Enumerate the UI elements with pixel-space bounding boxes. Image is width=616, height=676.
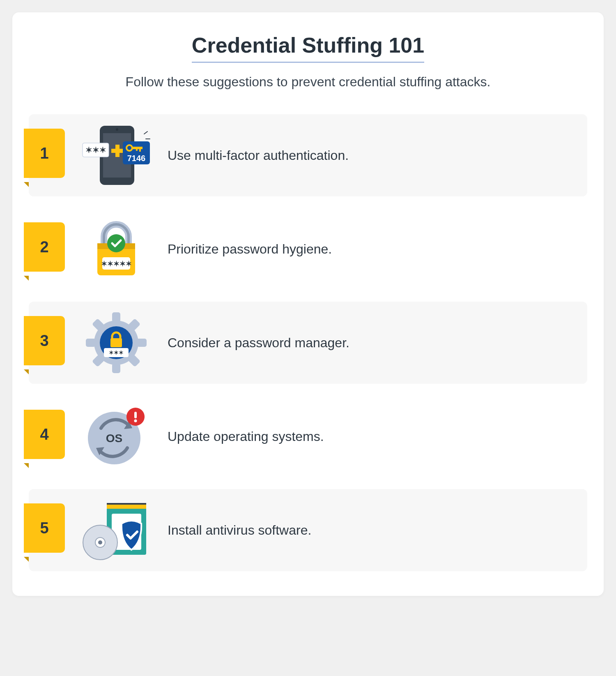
svg-text:OS: OS bbox=[106, 432, 122, 445]
svg-point-46 bbox=[98, 540, 102, 544]
tip-text: Update operating systems. bbox=[168, 429, 587, 444]
mfa-phone-icon: ✶✶✶ bbox=[65, 122, 168, 188]
svg-rect-31 bbox=[110, 338, 122, 347]
os-update-icon: OS bbox=[65, 404, 168, 469]
svg-rect-37 bbox=[134, 412, 137, 418]
tip-item: 3 bbox=[29, 302, 587, 384]
svg-text:✶✶✶: ✶✶✶ bbox=[85, 145, 106, 155]
tip-text: Prioritize password hygiene. bbox=[168, 242, 587, 257]
svg-point-18 bbox=[107, 234, 125, 252]
tip-item: 4 OS bbox=[29, 395, 587, 478]
card-subtitle: Follow these suggestions to prevent cred… bbox=[29, 74, 587, 90]
card-title: Credential Stuffing 101 bbox=[192, 33, 424, 63]
tip-text: Use multi-factor authentication. bbox=[168, 148, 587, 163]
tip-number: 3 bbox=[40, 332, 48, 350]
svg-line-7 bbox=[144, 132, 147, 134]
antivirus-shield-icon bbox=[65, 497, 168, 563]
tip-text: Install antivirus software. bbox=[168, 523, 587, 538]
card-header: Credential Stuffing 101 Follow these sug… bbox=[29, 33, 587, 90]
padlock-check-icon: ✶✶✶✶✶ bbox=[65, 216, 168, 282]
svg-rect-41 bbox=[107, 503, 146, 505]
svg-text:✶✶✶✶✶: ✶✶✶✶✶ bbox=[101, 260, 132, 268]
number-badge: 4 bbox=[24, 410, 65, 463]
tip-item: 1 ✶✶✶ bbox=[29, 114, 587, 196]
tip-item: 2 ✶✶✶✶✶ Priorit bbox=[29, 208, 587, 290]
svg-point-2 bbox=[116, 128, 118, 131]
tips-list: 1 ✶✶✶ bbox=[29, 114, 587, 571]
svg-text:7146: 7146 bbox=[127, 154, 146, 163]
number-badge: 2 bbox=[24, 222, 65, 276]
tip-item: 5 bbox=[29, 489, 587, 571]
number-badge: 3 bbox=[24, 316, 65, 369]
svg-point-38 bbox=[134, 420, 137, 422]
tip-text: Consider a password manager. bbox=[168, 335, 587, 351]
tip-number: 4 bbox=[40, 426, 48, 443]
info-card: Credential Stuffing 101 Follow these sug… bbox=[12, 12, 604, 596]
svg-rect-14 bbox=[136, 147, 138, 151]
number-badge: 1 bbox=[24, 129, 65, 182]
svg-text:✶✶✶: ✶✶✶ bbox=[109, 349, 124, 356]
tip-number: 1 bbox=[40, 145, 48, 162]
number-badge: 5 bbox=[24, 503, 65, 557]
svg-rect-13 bbox=[139, 147, 141, 152]
gear-lock-icon: ✶✶✶ bbox=[65, 308, 168, 378]
tip-number: 2 bbox=[40, 238, 48, 256]
svg-rect-6 bbox=[111, 149, 124, 153]
tip-number: 5 bbox=[40, 519, 48, 537]
